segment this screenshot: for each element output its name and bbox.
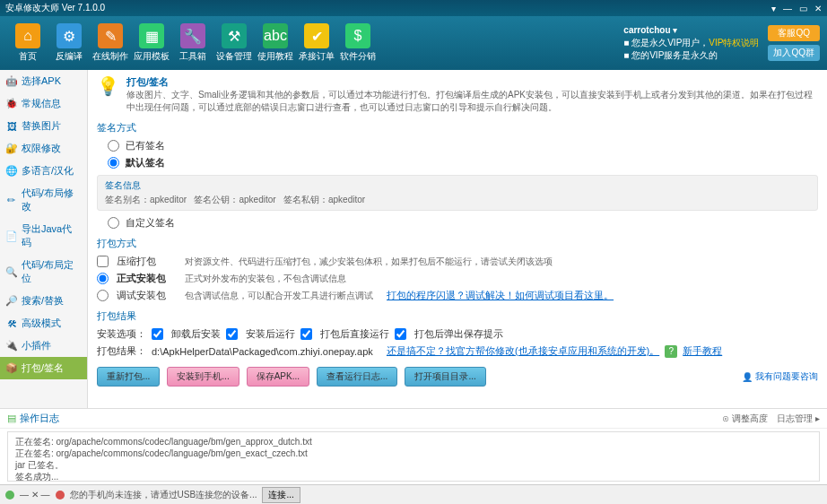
toolbar-设备管理[interactable]: ⚒设备管理 [213, 23, 255, 63]
toolbar-工具箱[interactable]: 🔧工具箱 [172, 23, 213, 63]
toolbar-反编译[interactable]: ⚙反编译 [48, 23, 90, 63]
toolbar-icon: ⚒ [222, 23, 247, 48]
maximize-button[interactable]: ▭ [799, 4, 807, 13]
log-manage-button[interactable]: 日志管理 ▸ [777, 413, 820, 425]
status-dot-red [56, 491, 65, 500]
save-prompt-checkbox[interactable] [395, 328, 406, 340]
join-qq-button[interactable]: 加入QQ群 [768, 45, 820, 61]
window-title: 安卓修改大师 Ver 7.1.0.0 [5, 2, 771, 14]
official-help-link[interactable]: 还是搞不定？找官方帮你修改(也承接安卓应用和系统的开发)。 [387, 344, 659, 358]
section-title: 打包/签名 [126, 75, 818, 89]
sidebar-icon: 🖼 [5, 120, 18, 133]
lightbulb-icon: 💡 [97, 75, 119, 114]
sign-method-title: 签名方式 [97, 121, 818, 135]
uninstall-first-checkbox[interactable] [152, 328, 163, 340]
help-icon[interactable]: ? [665, 345, 677, 358]
toolbar-首页[interactable]: ⌂首页 [7, 23, 48, 63]
pack-method-title: 打包方式 [97, 237, 818, 250]
status-text: 您的手机尚未连接，请通过USB连接您的设备... [70, 489, 257, 501]
connect-button[interactable]: 连接... [262, 487, 300, 503]
release-pkg-radio[interactable] [97, 273, 109, 284]
dropdown-icon[interactable]: ▾ [771, 4, 776, 13]
toolbar-软件分销[interactable]: $软件分销 [337, 23, 379, 63]
open-dir-button[interactable]: 打开项目目录... [405, 367, 485, 387]
log-icon: ▤ [7, 413, 16, 424]
view-log-button[interactable]: 查看运行日志... [317, 367, 397, 387]
status-dot-green [5, 491, 14, 500]
sidebar-item-9[interactable]: 🛠高级模式 [0, 312, 87, 335]
sidebar-item-6[interactable]: 📄导出Java代码 [0, 218, 87, 254]
toolbar-icon: ⌂ [15, 23, 40, 48]
toolbar-icon: ✔ [304, 23, 329, 48]
user-dropdown-icon[interactable]: ▾ [673, 25, 677, 35]
tutorial-link[interactable]: 新手教程 [683, 344, 722, 358]
toolbar-icon: $ [345, 23, 370, 48]
sidebar-icon: ✏ [5, 194, 18, 206]
sidebar-item-3[interactable]: 🔐权限修改 [0, 137, 87, 160]
debug-help-link[interactable]: 打包的程序闪退？调试解决！如何调试项目看这里。 [387, 289, 614, 302]
adjust-height-button[interactable]: ⊙ 调整高度 [722, 413, 768, 425]
compress-checkbox[interactable] [97, 256, 109, 267]
run-after-pack-checkbox[interactable] [300, 328, 312, 340]
sidebar-item-11[interactable]: 📦打包/签名 [0, 357, 87, 379]
sidebar-icon: 🌐 [5, 165, 18, 178]
toolbar-在线制作[interactable]: ✎在线制作 [90, 23, 131, 63]
sidebar-icon: 🐞 [5, 98, 18, 110]
sidebar-icon: 🔎 [5, 295, 18, 308]
sidebar-icon: 📄 [5, 230, 18, 242]
vip-info-link[interactable]: VIP特权说明 [709, 38, 759, 48]
toolbar-icon: ✎ [98, 23, 123, 48]
sidebar-item-4[interactable]: 🌐多语言/汉化 [0, 160, 87, 182]
user-panel: carrotchou ▾ ■ 您是永久VIP用户，VIP特权说明 ■ 您的VIP… [623, 24, 759, 62]
run-after-install-checkbox[interactable] [226, 328, 238, 340]
user-icon: 👤 [742, 372, 753, 382]
sidebar-item-1[interactable]: 🐞常规信息 [0, 92, 87, 115]
sign-info-box: 签名信息 签名别名：apkeditor 签名公钥：apkeditor 签名私钥：… [97, 175, 818, 211]
toolbar-icon: ⚙ [57, 23, 82, 48]
sidebar-item-5[interactable]: ✏代码/布局修改 [0, 182, 87, 218]
section-desc: 修改图片、文字、Smali业务逻辑和其他的参数后，可以通过本功能进行打包。打包编… [126, 89, 818, 114]
customer-qq-button[interactable]: 客服QQ [768, 25, 820, 41]
save-apk-button[interactable]: 保存APK... [247, 367, 309, 387]
custom-sign-radio[interactable] [108, 217, 119, 229]
sidebar-icon: 🤖 [5, 75, 18, 88]
log-body[interactable]: 正在签名: org/apache/commons/codec/language/… [7, 431, 820, 482]
sidebar-icon: 🔐 [5, 143, 18, 155]
consult-link[interactable]: 👤我有问题要咨询 [742, 370, 818, 383]
toolbar-icon: abc [263, 23, 288, 48]
toolbar-icon: 🔧 [180, 23, 205, 48]
install-phone-button[interactable]: 安装到手机... [167, 367, 239, 387]
sidebar-icon: 🔌 [5, 340, 18, 352]
username: carrotchou [623, 25, 670, 35]
close-button[interactable]: ✕ [814, 4, 822, 13]
sidebar-icon: 🔍 [5, 265, 18, 278]
sidebar-item-2[interactable]: 🖼替换图片 [0, 115, 87, 137]
sidebar-item-7[interactable]: 🔍代码/布局定位 [0, 254, 87, 290]
sidebar-icon: 🛠 [5, 317, 18, 330]
sidebar-item-8[interactable]: 🔎搜索/替换 [0, 290, 87, 312]
minimize-button[interactable]: — [783, 4, 792, 13]
default-sign-radio[interactable] [108, 157, 119, 169]
toolbar-承接订单[interactable]: ✔承接订单 [296, 23, 337, 63]
sidebar-item-0[interactable]: 🤖选择APK [0, 70, 87, 92]
repack-button[interactable]: 重新打包... [97, 367, 160, 387]
sidebar-icon: 📦 [5, 362, 18, 375]
sidebar: 🤖选择APK🐞常规信息🖼替换图片🔐权限修改🌐多语言/汉化✏代码/布局修改📄导出J… [0, 70, 88, 450]
sidebar-item-10[interactable]: 🔌小插件 [0, 335, 87, 357]
toolbar-使用教程[interactable]: abc使用教程 [255, 23, 296, 63]
existing-sign-radio[interactable] [108, 140, 119, 152]
pack-result-title: 打包结果 [97, 309, 818, 323]
output-path: d:\ApkHelperData\Packaged\com.zhiyi.onep… [152, 346, 373, 357]
toolbar-icon: ▦ [139, 23, 164, 48]
toolbar-应用模板[interactable]: ▦应用模板 [131, 23, 172, 63]
log-title: 操作日志 [20, 412, 59, 425]
debug-pkg-radio[interactable] [97, 290, 109, 301]
